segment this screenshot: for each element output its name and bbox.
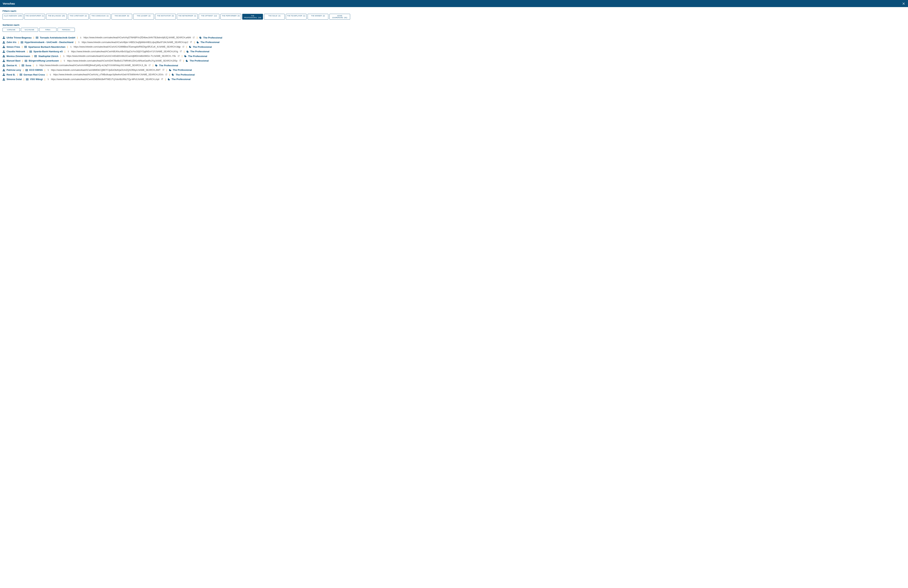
link-icon: [67, 50, 69, 53]
sort-label: Sortieren nach:: [3, 24, 905, 26]
filter-chip[interactable]: ALLE ANZEIGEN (150): [3, 14, 23, 19]
separator: |: [182, 55, 183, 57]
company-icon: [21, 41, 23, 43]
persona-label[interactable]: The Professional: [203, 36, 222, 39]
company-name[interactable]: VSG Wängi: [30, 78, 43, 80]
persona-label[interactable]: The Professional: [193, 45, 212, 48]
person-name[interactable]: Manuel Bast: [6, 59, 21, 62]
filter-chip[interactable]: KEINE ZUORDNUNG (81): [329, 14, 350, 19]
separator: |: [32, 55, 33, 57]
filter-chip-label: KEINE ZUORDNUNG: [332, 15, 343, 19]
person-name[interactable]: Zahn Iris: [6, 41, 16, 43]
company-name[interactable]: Tornado Antriebstechnik GmbH: [40, 36, 75, 39]
filter-chip[interactable]: THE LEADER (2): [133, 14, 154, 19]
filter-chip-label: THE MOTIVATOR: [157, 15, 171, 17]
person-name[interactable]: Monica Zimmermann: [6, 55, 30, 58]
persona-icon: [189, 45, 192, 48]
close-button[interactable]: [902, 2, 905, 5]
lead-url: https://www.linkedin.com/sales/lead/ACwA…: [71, 50, 178, 53]
person-icon: [3, 50, 5, 53]
open-external-button[interactable]: [148, 64, 151, 67]
open-external-button[interactable]: [193, 36, 195, 39]
open-external-button[interactable]: [177, 55, 180, 58]
sort-chip[interactable]: FIRMA: [39, 28, 56, 32]
person-name[interactable]: Ulrike Trinne-Begenau: [6, 36, 32, 39]
filter-chip-count: 1: [107, 15, 108, 17]
filter-chip[interactable]: THE DECIDER (5): [111, 14, 132, 19]
company-name[interactable]: Sparda-Bank Hamburg eG: [34, 50, 63, 53]
filter-chip[interactable]: THE NETWORKER (1): [177, 14, 198, 19]
open-external-button[interactable]: [162, 69, 164, 72]
person-name[interactable]: Simona Gotal: [6, 78, 22, 80]
link-icon: [49, 73, 52, 76]
filter-chip[interactable]: THE PROFESSIONAL (10): [242, 14, 263, 19]
company-name[interactable]: Bürgerstiftung Leverkusen: [29, 59, 59, 62]
company-name[interactable]: Suva: [26, 64, 31, 67]
separator: |: [166, 69, 167, 71]
company-name[interactable]: ECO SWISS: [29, 69, 43, 71]
open-external-button[interactable]: [179, 59, 182, 63]
link-icon: [63, 55, 65, 57]
separator: |: [21, 45, 23, 48]
person-name[interactable]: Denise H.: [6, 64, 17, 67]
persona-label[interactable]: The Professional: [201, 41, 219, 43]
filter-chip-count: 0: [238, 15, 239, 17]
filter-chip[interactable]: THE CARETAKER (2): [68, 14, 89, 19]
sort-chip[interactable]: NACHNAME: [21, 28, 38, 32]
person-name[interactable]: Claudia Hebrank: [6, 50, 25, 53]
persona-label[interactable]: The Professional: [172, 78, 191, 80]
company-name[interactable]: HypoVereinsbank - UniCredit - Deutschlan…: [25, 41, 74, 43]
person-icon: [3, 64, 5, 67]
person-name[interactable]: René B.: [6, 73, 15, 76]
separator: |: [67, 45, 68, 48]
persona-label[interactable]: The Professional: [188, 55, 207, 58]
filter-chip-count: 1: [42, 15, 43, 17]
persona-label[interactable]: The Professional: [190, 59, 209, 62]
filter-chip[interactable]: THE WINNER (2): [307, 14, 328, 19]
person-name[interactable]: Simon Fries: [6, 45, 20, 48]
persona-label[interactable]: The Professional: [175, 73, 195, 76]
open-external-button[interactable]: [190, 41, 192, 44]
filter-chip[interactable]: THE MOTIVATOR (3): [155, 14, 176, 19]
persona-icon: [199, 36, 202, 39]
person-icon: [3, 73, 5, 76]
filter-chip-count: 12: [214, 15, 216, 17]
filter-chip[interactable]: THE TEAMPLAYER (1): [286, 14, 306, 19]
filter-chip[interactable]: THE ADVENTURER (1): [24, 14, 45, 19]
open-external-button[interactable]: [165, 73, 167, 76]
list-item: Denise H.|Suva|https://www.linkedin.com/…: [3, 64, 905, 67]
filter-label: Filtern nach:: [3, 10, 905, 12]
lead-url: https://www.linkedin.com/sales/lead/ACwA…: [67, 55, 176, 57]
filter-chip[interactable]: THE OPTIMIST (12): [199, 14, 219, 19]
persona-icon: [172, 73, 174, 76]
open-external-button[interactable]: [161, 78, 163, 81]
persona-label[interactable]: The Professional: [190, 50, 209, 53]
person-name[interactable]: Patricia Levy: [6, 69, 21, 71]
persona-label[interactable]: The Professional: [173, 69, 192, 71]
filter-chip[interactable]: THE BALANCED (25): [46, 14, 67, 19]
open-external-icon: [161, 78, 163, 80]
open-external-icon: [148, 64, 151, 66]
filter-chip-label: ALLE ANZEIGEN: [4, 15, 17, 17]
company-icon: [34, 55, 37, 57]
sort-chip[interactable]: VORNAME: [3, 28, 20, 32]
open-external-icon: [179, 59, 182, 62]
filter-chip-count: 5: [128, 15, 129, 17]
separator: |: [19, 64, 20, 67]
filter-chip[interactable]: THE PERFORMER (0): [221, 14, 241, 19]
open-external-icon: [162, 69, 164, 71]
filter-chip[interactable]: THE SOLID (4): [264, 14, 285, 19]
filter-chip[interactable]: THE CONSCIOUS (1): [90, 14, 110, 19]
open-external-button[interactable]: [182, 45, 185, 48]
persona-label[interactable]: The Professional: [159, 64, 178, 67]
person-icon: [3, 55, 5, 57]
lead-url: https://www.linkedin.com/sales/lead/ACwA…: [51, 69, 161, 71]
open-external-button[interactable]: [179, 50, 182, 53]
persona-icon: [186, 50, 189, 53]
company-name[interactable]: German Red Cross: [24, 73, 45, 76]
list-item: Monica Zimmermann|Stadtspital Zürich|htt…: [3, 55, 905, 58]
company-name[interactable]: Sparkasse Burbach-Neunkirchen: [28, 45, 65, 48]
separator: |: [18, 41, 19, 43]
company-name[interactable]: Stadtspital Zürich: [38, 55, 58, 58]
sort-chip[interactable]: PERSONA: [58, 28, 75, 32]
